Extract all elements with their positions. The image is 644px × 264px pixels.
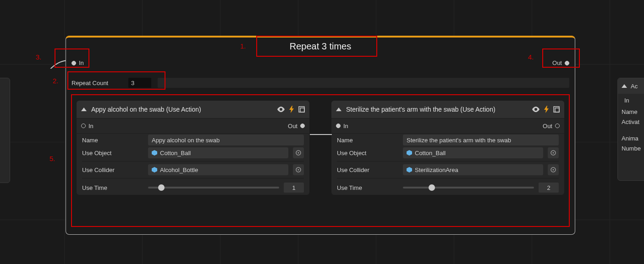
svg-rect-8 — [554, 107, 559, 112]
collapse-icon[interactable] — [81, 108, 87, 111]
collapse-icon[interactable] — [336, 108, 341, 111]
svg-rect-9 — [555, 108, 559, 112]
next-node-title: Ac — [631, 83, 638, 90]
visibility-icon[interactable] — [532, 107, 539, 112]
subnode-b-name-value[interactable]: Sterilize the patient's arm with the swa… — [403, 135, 559, 145]
svg-rect-3 — [300, 108, 304, 112]
repeat-count-track[interactable] — [158, 78, 569, 88]
repeat-in-port[interactable]: In — [72, 59, 84, 66]
subnode-a-out-port[interactable]: Out — [288, 123, 305, 129]
object-icon — [407, 167, 412, 172]
target-picker-button[interactable] — [293, 147, 304, 158]
subnode-b-title: Sterilize the patient's arm with the swa… — [346, 106, 528, 113]
subnode-link — [310, 134, 332, 135]
next-node-name-value: Activat — [618, 117, 644, 127]
collapse-icon[interactable] — [622, 84, 627, 88]
subnode-apply-alcohol[interactable]: Appy alcohol on the swab (Use Action) In… — [77, 101, 309, 195]
right-next-node-fragment[interactable]: Ac In Name Activat Anima Numbe — [617, 78, 644, 181]
subnode-a-in-label: In — [88, 123, 94, 129]
next-node-row-anim: Anima — [618, 133, 644, 143]
svg-point-5 — [298, 152, 299, 154]
subnode-b-usetime-label: Use Time — [337, 184, 398, 191]
bolt-icon[interactable] — [544, 106, 549, 113]
repeat-in-label: In — [79, 59, 84, 66]
target-picker-button[interactable] — [293, 164, 304, 175]
object-icon — [152, 150, 157, 156]
subnode-b-usecollider-value[interactable]: SterilizationArea — [403, 164, 543, 175]
subnode-a-out-label: Out — [288, 123, 297, 129]
subnode-b-useobject-value[interactable]: Cotton_Ball — [403, 147, 543, 158]
repeat-count-label: Repeat Count — [72, 80, 122, 86]
object-icon — [152, 167, 157, 172]
subnode-a-name-value[interactable]: Appy alcohol on the swab — [148, 135, 304, 145]
subnode-b-name-label: Name — [337, 137, 398, 144]
subnode-b-useobject-label: Use Object — [337, 150, 398, 156]
subnode-b-out-label: Out — [543, 123, 552, 129]
repeat-node[interactable]: Repeat 3 times In Out Repeat Count Appy … — [66, 36, 575, 235]
repeat-count-input[interactable] — [128, 78, 151, 88]
subnode-a-usetime-label: Use Time — [82, 184, 143, 191]
target-picker-button[interactable] — [548, 147, 559, 158]
open-icon[interactable] — [298, 106, 305, 113]
svg-point-7 — [298, 169, 299, 171]
subnode-b-out-port[interactable]: Out — [543, 123, 560, 129]
subnode-b-in-port[interactable]: In — [336, 123, 348, 129]
repeat-node-title: Repeat 3 times — [66, 41, 575, 52]
svg-point-11 — [553, 152, 554, 154]
next-node-row-number: Numbe — [618, 143, 644, 153]
subnode-a-usetime-value[interactable]: 1 — [284, 183, 304, 193]
target-picker-button[interactable] — [548, 164, 559, 175]
object-icon — [407, 150, 412, 156]
next-node-name-label: Name — [618, 107, 644, 117]
open-icon[interactable] — [553, 106, 560, 113]
subnode-a-in-port[interactable]: In — [81, 123, 94, 129]
subnode-b-usetime-value[interactable]: 2 — [539, 183, 559, 193]
subnode-b-usecollider-label: Use Collider — [337, 167, 398, 173]
subnode-a-name-label: Name — [82, 137, 143, 144]
next-node-in-label: In — [624, 97, 629, 104]
subnode-a-usetime-slider[interactable] — [148, 187, 279, 189]
repeat-out-label: Out — [552, 59, 562, 66]
subnode-a-usecollider-value[interactable]: Alcohol_Bottle — [148, 164, 288, 175]
subnode-sterilize-arm[interactable]: Sterilize the patient's arm with the swa… — [331, 101, 564, 195]
left-prev-node-fragment[interactable] — [0, 78, 10, 183]
svg-point-13 — [553, 169, 554, 171]
bolt-icon[interactable] — [289, 106, 294, 113]
subnode-b-usetime-slider[interactable] — [403, 187, 534, 189]
repeat-out-port[interactable]: Out — [552, 59, 569, 66]
subnode-a-title: Appy alcohol on the swab (Use Action) — [91, 106, 273, 113]
subnode-a-useobject-label: Use Object — [82, 150, 143, 156]
subnode-a-usecollider-label: Use Collider — [82, 167, 143, 173]
visibility-icon[interactable] — [277, 107, 285, 112]
svg-rect-2 — [299, 107, 304, 112]
subnode-a-useobject-value[interactable]: Cotton_Ball — [148, 147, 288, 158]
subnode-b-in-label: In — [343, 123, 348, 129]
